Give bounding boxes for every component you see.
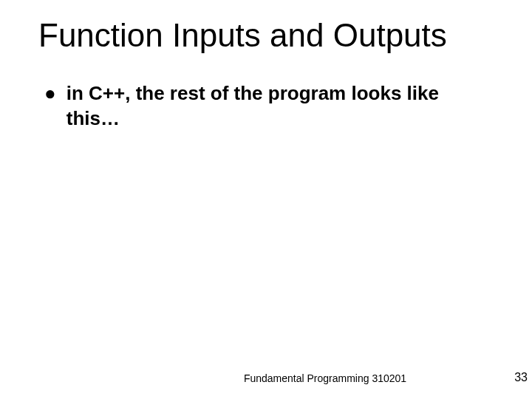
- bullet-text: in C++, the rest of the program looks li…: [66, 81, 473, 132]
- slide: Function Inputs and Outputs ● in C++, th…: [0, 0, 532, 399]
- page-number: 33: [514, 371, 528, 384]
- bullet-marker-icon: ●: [44, 81, 56, 106]
- slide-body: ● in C++, the rest of the program looks …: [44, 81, 473, 132]
- slide-title: Function Inputs and Outputs: [38, 18, 502, 53]
- bullet-item: ● in C++, the rest of the program looks …: [44, 81, 473, 132]
- footer-center-text: Fundamental Programming 310201: [59, 372, 532, 384]
